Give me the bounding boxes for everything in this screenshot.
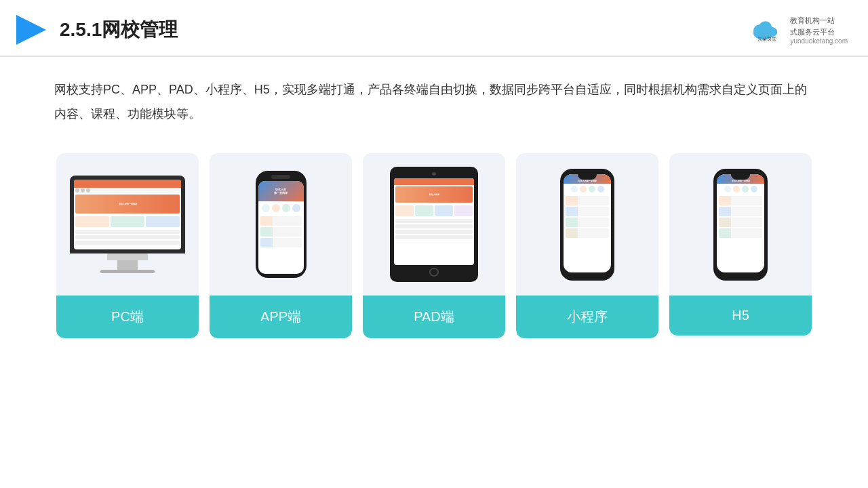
- app-image-area: 职达人的第一堂网课: [210, 153, 352, 296]
- logo-tagline: 教育机构一站式服务云平台: [790, 15, 848, 37]
- svg-text:云朵课堂: 云朵课堂: [757, 36, 776, 42]
- h5-image-area: 职达人的第一堂网课: [669, 153, 812, 296]
- app-phone-mockup: 职达人的第一堂网课: [256, 171, 307, 278]
- app-label: APP端: [210, 296, 352, 338]
- pad-image-area: 职达人网课: [363, 153, 505, 296]
- play-icon: [14, 12, 49, 47]
- tablet-mockup: 职达人网课: [390, 167, 478, 282]
- page-title: 2.5.1网校管理: [60, 17, 178, 43]
- pc-label: PC端: [56, 296, 199, 338]
- miniprogram-image-area: 职达人的第一堂网课: [516, 153, 658, 296]
- card-app[interactable]: 职达人的第一堂网课 APP端: [210, 153, 352, 338]
- pc-image-area: 职达人的第一堂网课: [56, 153, 199, 296]
- card-pad[interactable]: 职达人网课 P: [363, 153, 505, 338]
- card-miniprogram[interactable]: 职达人的第一堂网课 小程序: [516, 153, 658, 338]
- card-pc[interactable]: 职达人的第一堂网课: [56, 153, 199, 338]
- logo-area: 云朵课堂 教育机构一站式服务云平台 yunduoketang.com: [748, 15, 848, 45]
- cards-container: 职达人的第一堂网课: [0, 140, 868, 359]
- miniprogram-label: 小程序: [516, 296, 658, 338]
- logo-cloud-icon: 云朵课堂: [748, 16, 786, 43]
- miniprogram-phone-mockup: 职达人的第一堂网课: [560, 169, 614, 281]
- logo-text-area: 教育机构一站式服务云平台 yunduoketang.com: [790, 15, 848, 45]
- header-left: 2.5.1网校管理: [14, 12, 178, 47]
- h5-phone-mockup: 职达人的第一堂网课: [713, 169, 768, 281]
- svg-marker-0: [16, 15, 46, 45]
- logo-site: yunduoketang.com: [790, 37, 848, 45]
- description-text: 网校支持PC、APP、PAD、小程序、H5，实现多端打通，产品各终端自由切换，数…: [0, 57, 868, 133]
- card-h5[interactable]: 职达人的第一堂网课 H5: [669, 153, 812, 338]
- pad-label: PAD端: [363, 296, 505, 338]
- h5-label: H5: [669, 296, 812, 336]
- pc-monitor: 职达人的第一堂网课: [70, 176, 185, 273]
- header: 2.5.1网校管理 云朵课堂 教育机构一站式服务云平台 yunduoketang…: [0, 0, 868, 57]
- svg-point-4: [759, 21, 772, 34]
